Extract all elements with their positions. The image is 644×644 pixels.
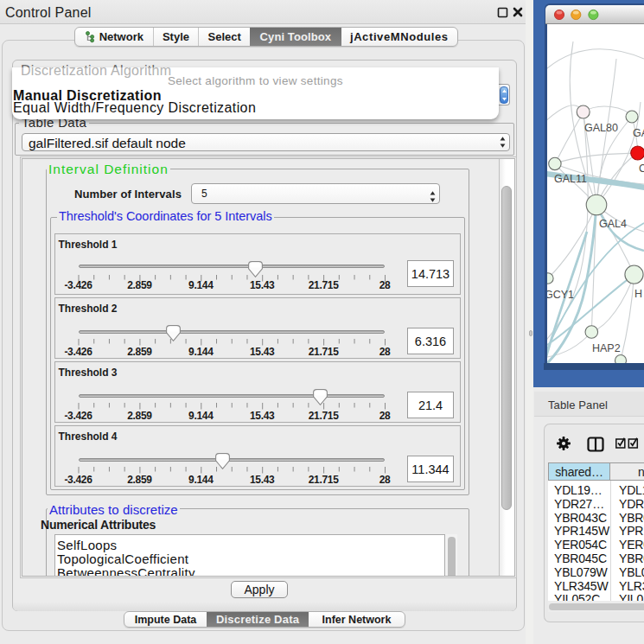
svg-text:GA: GA bbox=[633, 127, 644, 139]
svg-text:GAL4: GAL4 bbox=[599, 218, 627, 230]
svg-text:HAP2: HAP2 bbox=[592, 342, 621, 354]
svg-text:C: C bbox=[639, 163, 644, 175]
svg-text:GAL80: GAL80 bbox=[584, 122, 618, 134]
svg-text:GAL11: GAL11 bbox=[554, 173, 587, 185]
svg-text:GCY1: GCY1 bbox=[547, 289, 574, 301]
svg-text:H: H bbox=[634, 288, 642, 300]
